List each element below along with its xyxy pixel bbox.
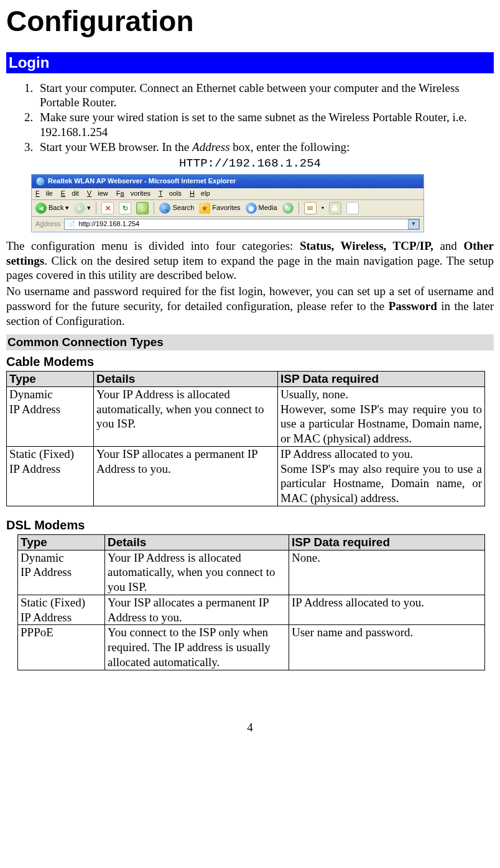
separator	[154, 202, 154, 214]
browser-title-text: Realtek WLAN AP Webserver - Microsoft In…	[48, 177, 236, 186]
cell-details: Your IP Address is allocated automatical…	[105, 550, 289, 595]
browser-toolbar: ◄Back ▾ ► ▾ ✕ ↻ ⌂ 🔍Search ★Favorites ◉Me…	[32, 200, 424, 217]
table-row: DynamicIP Address Your IP Address is all…	[7, 386, 485, 446]
forward-button[interactable]: ► ▾	[74, 203, 91, 214]
dropdown-icon[interactable]: ▼	[408, 219, 419, 229]
address-input[interactable]: 📄 http://192.168.1.254 ▼	[64, 219, 420, 230]
cell-details: Your ISP allocates a permanent IP Addres…	[94, 446, 278, 506]
browser-window: Realtek WLAN AP Webserver - Microsoft In…	[31, 174, 424, 232]
refresh-icon[interactable]: ↻	[119, 202, 131, 214]
cell-type: Static (Fixed)IP Address	[18, 595, 105, 625]
browser-addressbar: Address 📄 http://192.168.1.254 ▼	[32, 217, 424, 232]
home-icon[interactable]: ⌂	[136, 202, 149, 214]
media-icon: ◉	[246, 203, 257, 214]
back-button[interactable]: ◄Back ▾	[35, 203, 69, 214]
cell-isp: Usually, none.However, some ISP's may re…	[278, 386, 485, 446]
cell-details: You connect to the ISP only when require…	[105, 625, 289, 670]
favorites-button[interactable]: ★Favorites	[199, 203, 240, 214]
intro-paragraph-2: No username and password required for th…	[6, 284, 494, 328]
table-header-row: Type Details ISP Data required	[7, 372, 485, 387]
cell-details: Your IP Address is allocated automatical…	[94, 386, 278, 446]
cable-table: Type Details ISP Data required DynamicIP…	[6, 371, 485, 506]
dsl-heading: DSL Modems	[6, 518, 494, 533]
search-icon: 🔍	[159, 203, 170, 214]
cell-isp: IP Address allocated to you.Some ISP's m…	[278, 446, 485, 506]
cell-isp: IP Address allocated to you.	[289, 595, 485, 625]
browser-menubar: File Edit View Favorites Tools Help	[32, 188, 424, 200]
col-isp: ISP Data required	[278, 372, 485, 387]
browser-titlebar: Realtek WLAN AP Webserver - Microsoft In…	[32, 175, 424, 188]
edit-icon[interactable]: ✎	[346, 202, 359, 214]
page-title: Configuration	[6, 4, 494, 40]
dsl-table: Type Details ISP Data required DynamicIP…	[17, 534, 485, 670]
step-item: Start your WEB browser. In the Address b…	[36, 140, 494, 155]
table-row: DynamicIP Address Your IP Address is all…	[18, 550, 485, 595]
address-value: http://192.168.1.254	[78, 220, 139, 229]
menu-view[interactable]: View	[87, 190, 108, 197]
cell-details: Your ISP allocates a permanent IP Addres…	[105, 595, 289, 625]
history-icon[interactable]: ↻	[282, 203, 294, 214]
search-button[interactable]: 🔍Search	[159, 203, 194, 214]
cell-isp: User name and password.	[289, 625, 485, 670]
cell-type: PPPoE	[18, 625, 105, 670]
emphasis-address: Address	[192, 140, 230, 153]
step-item: Make sure your wired station is set to t…	[36, 110, 494, 140]
login-heading: Login	[6, 52, 494, 73]
bold-categories: Status, Wireless, TCP/IP,	[300, 239, 433, 252]
cable-heading: Cable Modems	[6, 354, 494, 370]
table-row: PPPoE You connect to the ISP only when r…	[18, 625, 485, 670]
page-icon: 📄	[67, 220, 76, 229]
table-header-row: Type Details ISP Data required	[18, 534, 485, 550]
separator	[96, 202, 96, 214]
page-number: 4	[6, 720, 494, 735]
stop-icon[interactable]: ✕	[101, 202, 114, 214]
bold-password: Password	[389, 299, 437, 313]
intro-paragraph-1: The configuration menu is divided into f…	[6, 239, 494, 283]
ie-icon	[35, 176, 45, 186]
table-row: Static (Fixed)IP Address Your ISP alloca…	[18, 595, 485, 625]
cell-type: Static (Fixed)IP Address	[7, 446, 94, 506]
menu-edit[interactable]: Edit	[61, 190, 79, 197]
step-item: Start your computer. Connect an Ethernet…	[36, 81, 494, 111]
login-steps: Start your computer. Connect an Ethernet…	[6, 81, 494, 155]
separator	[299, 202, 299, 214]
menu-help[interactable]: Help	[190, 190, 210, 197]
login-url: HTTP://192.168.1.254	[6, 157, 494, 171]
menu-favorites[interactable]: Favorites	[116, 190, 150, 197]
print-icon[interactable]: 🖶	[329, 202, 341, 214]
cell-type: DynamicIP Address	[18, 550, 105, 595]
back-icon: ◄	[35, 203, 47, 214]
forward-icon: ►	[74, 203, 85, 214]
col-details: Details	[94, 372, 278, 387]
address-label: Address	[35, 220, 60, 229]
menu-file[interactable]: File	[35, 190, 53, 197]
col-type: Type	[18, 534, 105, 550]
col-details: Details	[105, 534, 289, 550]
common-connection-heading: Common Connection Types	[6, 334, 494, 350]
media-button[interactable]: ◉Media	[246, 203, 277, 214]
cell-type: DynamicIP Address	[7, 386, 94, 446]
table-row: Static (Fixed)IP Address Your ISP alloca…	[7, 446, 485, 506]
col-type: Type	[7, 372, 94, 387]
mail-icon[interactable]: ✉	[304, 202, 317, 214]
col-isp: ISP Data required	[289, 534, 485, 550]
star-icon: ★	[199, 203, 210, 214]
menu-tools[interactable]: Tools	[159, 190, 182, 197]
cell-isp: None.	[289, 550, 485, 595]
